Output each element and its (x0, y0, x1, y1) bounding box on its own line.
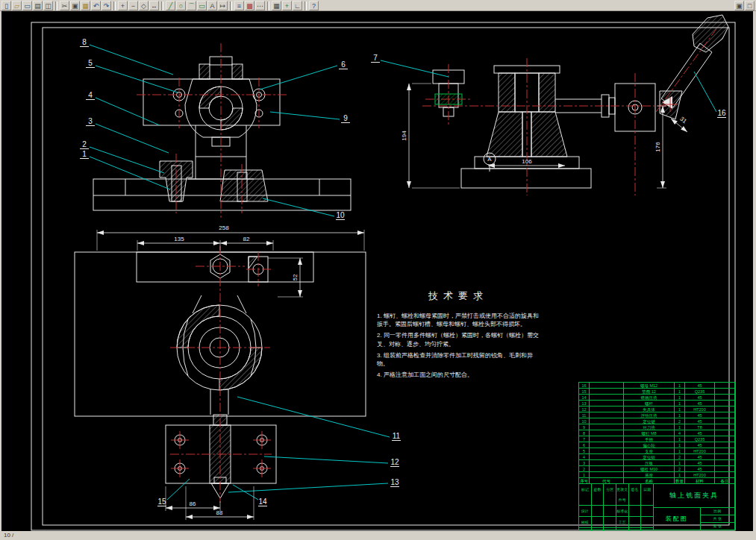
parts-list-cell: 10 (579, 418, 590, 424)
dimension-text: 106 (522, 158, 532, 165)
circle-tool-icon[interactable]: ○ (176, 1, 186, 10)
parts-list-row: 10定位键245 (579, 418, 734, 424)
parts-list-cell: 1 (675, 401, 685, 406)
title-block-cell (641, 506, 653, 517)
parts-list-cell (715, 454, 734, 460)
parts-list-cell: 锥柄压块 (624, 395, 675, 401)
parts-list-cell: 9 (579, 424, 590, 430)
parts-list-cell (590, 454, 624, 460)
balloon-number: 13 (390, 478, 399, 486)
redo-icon[interactable]: ↷ (101, 1, 111, 10)
parts-list-cell (590, 418, 624, 424)
parts-list-cell: 1 (675, 460, 685, 466)
toolbar: ▯▱▭▤◫✂▣▦↶↷+−◇↔╱○⌒▭A↦≡▩⋯▦+∟?▣□ (0, 0, 756, 11)
sheet-count-label: 共 张 (701, 515, 734, 523)
parts-list-cell: 螺母 M12 (624, 383, 675, 389)
balloon-number: 14 (258, 497, 267, 506)
parts-list-cell (715, 442, 734, 448)
parts-list-cell: 底座 (624, 472, 675, 478)
print-preview-icon[interactable]: ◫ (43, 1, 53, 10)
help-icon[interactable]: ? (309, 1, 319, 10)
open-file-icon[interactable]: ▱ (12, 1, 22, 10)
text-tool-icon[interactable]: A (207, 1, 217, 10)
balloon-number: 9 (343, 114, 348, 122)
parts-list-row: 14锥柄压块145 (579, 395, 734, 401)
linetype-icon[interactable]: ⋯ (255, 1, 265, 10)
parts-list-cell: 支座 (624, 448, 675, 454)
parts-list-cell: 2 (675, 454, 685, 460)
copy-icon[interactable]: ▣ (70, 1, 80, 10)
toolbar-separator (267, 1, 269, 10)
parts-list-row: 15垫圈 121Q235 (579, 389, 734, 395)
parts-list-cell (590, 406, 624, 412)
parts-list-cell: 螺杆 (624, 401, 675, 406)
parts-list-cell: 8 (579, 430, 590, 436)
title-block-row: 设计标准化 (579, 506, 653, 517)
parts-list-cell (715, 436, 734, 442)
parts-list-cell (715, 406, 734, 412)
settings-icon[interactable]: □ (745, 1, 755, 10)
dimension-tool-icon[interactable]: ↦ (218, 1, 228, 10)
parts-list-cell (590, 436, 624, 442)
parts-list-cell: 11 (579, 412, 590, 418)
parts-list-cell: 定位键 (624, 418, 675, 424)
parts-list-cell: HT200 (685, 448, 715, 454)
parts-list-cell: 12 (579, 406, 590, 412)
drawing-title: 轴上铣面夹具 (654, 484, 734, 508)
parts-list-cell: 定位销 (624, 454, 675, 460)
parts-list-cell: 45 (685, 383, 715, 389)
tech-requirements: 技术要求 1. 螺钉、螺栓和螺母紧固时，严禁打击或使用不合适的旋具和扳手。紧固后… (377, 289, 540, 382)
cut-icon[interactable]: ✂ (60, 1, 69, 10)
save-icon[interactable]: ▭ (22, 1, 32, 10)
parts-list-cell: 压板 (624, 460, 675, 466)
parts-list-cell (715, 460, 734, 466)
title-block-left: 标记处数分区更改文件号签名日期设计标准化校核工艺审核批准 (579, 484, 654, 530)
parts-list-cell: 45 (685, 395, 715, 401)
color-swatch-icon[interactable]: ▩ (245, 1, 254, 10)
parts-list-cell: 1 (675, 383, 685, 389)
parts-list: 16螺母 M1214515垫圈 121Q23514锥柄压块14513螺杆1451… (578, 382, 735, 484)
parts-list-cell: 1 (579, 472, 590, 478)
zoom-window-icon[interactable]: ◇ (139, 1, 149, 10)
title-block-row: 标记处数分区更改文件号签名日期 (579, 484, 653, 506)
zoom-out-icon[interactable]: − (128, 1, 138, 10)
new-file-icon[interactable]: ▯ (1, 1, 11, 10)
zoom-in-icon[interactable]: + (118, 1, 128, 10)
snap-icon[interactable]: + (282, 1, 292, 10)
parts-list-cell: 2 (675, 418, 685, 424)
parts-list-cell: 4 (579, 454, 590, 460)
properties-icon[interactable]: ▣ (734, 1, 744, 10)
arc-tool-icon[interactable]: ⌒ (187, 1, 196, 10)
rect-tool-icon[interactable]: ▭ (197, 1, 207, 10)
parts-list-cell: 1 (675, 442, 685, 448)
parts-list-cell (715, 395, 734, 401)
parts-list-row: 1底座1HT200 (579, 472, 734, 478)
parts-list-cell (715, 466, 734, 472)
parts-list-cell (590, 412, 624, 418)
balloon-number: 15 (157, 497, 166, 506)
grid-icon[interactable]: ▦ (272, 1, 281, 10)
parts-list-cell: 1 (675, 436, 685, 442)
balloon-number: 5 (88, 59, 93, 67)
ortho-icon[interactable]: ∟ (293, 1, 302, 10)
scale-label: 比例 (701, 508, 734, 515)
paste-icon[interactable]: ▦ (81, 1, 90, 10)
print-icon[interactable]: ▤ (33, 1, 43, 10)
parts-list-cell: 1 (675, 412, 685, 418)
title-block-cell: 签名 (629, 484, 642, 506)
pan-icon[interactable]: ↔ (149, 1, 159, 10)
line-tool-icon[interactable]: ╱ (166, 1, 175, 10)
parts-list-cell: 45 (685, 466, 715, 472)
title-block-cell: 分区 (604, 484, 616, 506)
parts-list-cell (715, 383, 734, 389)
undo-icon[interactable]: ↶ (91, 1, 101, 10)
parts-list-cell: 手柄 (624, 436, 675, 442)
parts-list-cell (590, 401, 624, 406)
tech-requirement-item: 1. 螺钉、螺栓和螺母紧固时，严禁打击或使用不合适的旋具和扳手。紧固后螺钉槽、螺… (377, 312, 540, 328)
balloon-number: 4 (88, 91, 93, 99)
parts-list-cell (715, 472, 734, 478)
parts-list-row: 2螺栓 M10245 (579, 466, 734, 472)
toolbar-separator (161, 1, 163, 10)
balloon-number: 11 (393, 432, 401, 440)
layers-icon[interactable]: ≡ (234, 1, 244, 10)
